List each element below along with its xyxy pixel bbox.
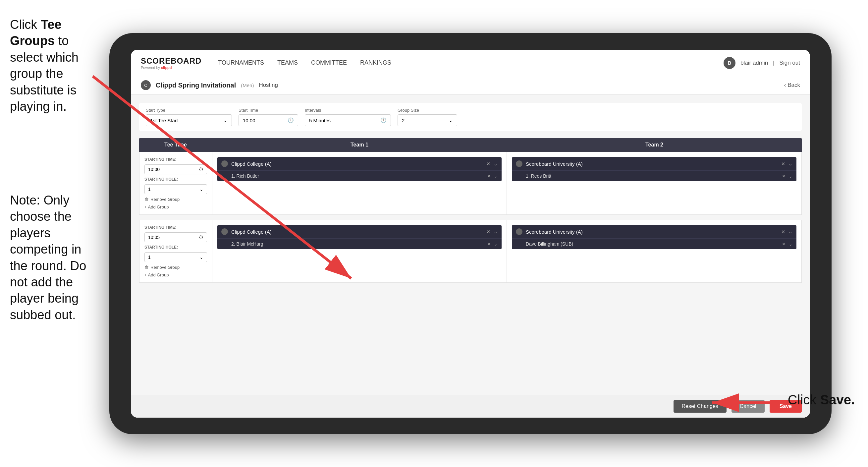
sub-header: C Clippd Spring Invitational (Men) Hosti…	[131, 76, 810, 94]
start-time-clock-icon: 🕙	[287, 117, 294, 123]
starting-hole-input-2[interactable]: 1 ⌄	[145, 252, 207, 262]
team-x-icon-3[interactable]: ✕	[486, 229, 490, 234]
group-size-label: Group Size	[398, 108, 457, 113]
player-chevron-3-1[interactable]: ⌄	[494, 242, 498, 246]
reset-changes-button[interactable]: Reset Changes	[674, 400, 726, 413]
sign-out-link[interactable]: Sign out	[779, 60, 800, 66]
team-dot-3	[221, 228, 228, 235]
start-type-chevron: ⌄	[223, 117, 227, 123]
intervals-value: 5 Minutes	[309, 118, 331, 123]
tablet-screen: SCOREBOARD Powered by clippd TOURNAMENTS…	[131, 50, 810, 418]
start-time-field: Start Time 10:00 🕙	[239, 108, 298, 126]
start-time-label: Start Time	[239, 108, 298, 113]
start-type-value: 1st Tee Start	[150, 118, 178, 123]
team-dot-4	[516, 228, 523, 235]
add-group-btn-2[interactable]: + Add Group	[145, 272, 207, 278]
start-time-input[interactable]: 10:00 🕙	[239, 114, 298, 126]
team-name-3: Clippd College (A)	[231, 229, 483, 235]
team-entry-header-1: Clippd College (A) ✕ ⌄	[217, 157, 502, 170]
player-name-4-1: Dave Billingham (SUB)	[526, 241, 779, 246]
player-chevron-2-1[interactable]: ⌄	[789, 174, 793, 179]
team-entry-3[interactable]: Clippd College (A) ✕ ⌄ 2. Blair McHarg ✕…	[217, 225, 502, 249]
clock-icon-2: ⏱	[199, 235, 204, 240]
user-avatar: B	[723, 57, 736, 69]
starting-time-label-2: STARTING TIME:	[145, 225, 207, 230]
add-group-label-1: + Add Group	[145, 204, 168, 209]
remove-group-label-1: Remove Group	[150, 197, 180, 202]
team-entry-1[interactable]: Clippd College (A) ✕ ⌄ 1. Rich Butler ✕ …	[217, 157, 502, 181]
table-row: STARTING TIME: 10:05 ⏱ STARTING HOLE: 1 …	[139, 220, 802, 283]
team-entry-2[interactable]: Scoreboard University (A) ✕ ⌄ 1. Rees Br…	[512, 157, 797, 181]
sub-header-left: C Clippd Spring Invitational (Men) Hosti…	[141, 80, 278, 90]
starting-time-input-2[interactable]: 10:05 ⏱	[145, 232, 207, 242]
remove-group-btn-1[interactable]: 🗑 Remove Group	[145, 197, 207, 202]
trash-icon-2: 🗑	[145, 265, 149, 270]
team-entry-header-3: Clippd College (A) ✕ ⌄	[217, 225, 502, 238]
cancel-button[interactable]: Cancel	[732, 400, 765, 413]
group-size-input[interactable]: 2 ⌄	[398, 114, 457, 126]
team1-cell-1: Clippd College (A) ✕ ⌄ 1. Rich Butler ✕ …	[212, 152, 507, 214]
nav-rankings[interactable]: RANKINGS	[360, 58, 391, 68]
instruction-top-text1: Click	[10, 18, 41, 31]
player-actions-4-1: ✕ ⌄	[782, 242, 793, 246]
instruction-bottom-note: Note:	[10, 193, 43, 207]
add-group-btn-1[interactable]: + Add Group	[145, 204, 207, 209]
team2-cell-2: Scoreboard University (A) ✕ ⌄ Dave Billi…	[507, 220, 801, 282]
player-x-icon-1-1[interactable]: ✕	[487, 174, 491, 179]
tee-time-cell-2: STARTING TIME: 10:05 ⏱ STARTING HOLE: 1 …	[140, 220, 212, 282]
team-actions-4: ✕ ⌄	[781, 229, 793, 234]
starting-hole-input-1[interactable]: 1 ⌄	[145, 184, 207, 194]
team-entry-header-2: Scoreboard University (A) ✕ ⌄	[512, 157, 797, 170]
team-chevron-icon-3[interactable]: ⌄	[494, 229, 498, 234]
team-chevron-icon-4[interactable]: ⌄	[788, 229, 793, 234]
tee-table-header: Tee Time Team 1 Team 2	[139, 138, 802, 152]
nav-teams[interactable]: TEAMS	[277, 58, 298, 68]
remove-group-btn-2[interactable]: 🗑 Remove Group	[145, 265, 207, 270]
tee-time-cell-1: STARTING TIME: 10:00 ⏱ STARTING HOLE: 1 …	[140, 152, 212, 214]
nav-committee[interactable]: COMMITTEE	[311, 58, 347, 68]
user-name: blair admin	[740, 60, 768, 66]
navbar: SCOREBOARD Powered by clippd TOURNAMENTS…	[131, 50, 810, 76]
player-entry-3-1: 2. Blair McHarg ✕ ⌄	[217, 238, 502, 249]
player-entry-2-1: 1. Rees Britt ✕ ⌄	[512, 170, 797, 181]
starting-hole-label-1: STARTING HOLE:	[145, 177, 207, 182]
start-time-value: 10:00	[243, 118, 255, 123]
instruction-save: Click Save.	[788, 392, 855, 407]
starting-hole-value-1: 1	[148, 186, 151, 192]
team-actions-1: ✕ ⌄	[486, 161, 498, 166]
player-x-icon-4-1[interactable]: ✕	[782, 242, 785, 246]
hole-chevron-1: ⌄	[199, 186, 204, 192]
start-type-input[interactable]: 1st Tee Start ⌄	[146, 114, 232, 126]
player-name-3-1: 2. Blair McHarg	[231, 241, 484, 246]
team-chevron-icon-1[interactable]: ⌄	[494, 161, 498, 166]
hosting-label: Hosting	[259, 82, 278, 88]
group-size-field: Group Size 2 ⌄	[398, 108, 457, 126]
player-x-icon-2-1[interactable]: ✕	[782, 174, 785, 179]
player-chevron-4-1[interactable]: ⌄	[789, 242, 793, 246]
trash-icon-1: 🗑	[145, 197, 149, 202]
player-x-icon-3-1[interactable]: ✕	[487, 242, 491, 246]
player-chevron-1-1[interactable]: ⌄	[494, 174, 498, 179]
team1-cell-2: Clippd College (A) ✕ ⌄ 2. Blair McHarg ✕…	[212, 220, 507, 282]
team-dot-2	[516, 160, 523, 167]
starting-time-input-1[interactable]: 10:00 ⏱	[145, 165, 207, 174]
team-x-icon-1[interactable]: ✕	[486, 161, 490, 166]
back-button[interactable]: ‹ Back	[784, 82, 800, 88]
main-content: Start Type 1st Tee Start ⌄ Start Time 10…	[131, 94, 810, 395]
start-type-label: Start Type	[146, 108, 232, 113]
team-x-icon-4[interactable]: ✕	[781, 229, 785, 234]
group-size-value: 2	[402, 118, 404, 123]
table-row: STARTING TIME: 10:00 ⏱ STARTING HOLE: 1 …	[139, 152, 802, 215]
nav-links: TOURNAMENTS TEAMS COMMITTEE RANKINGS	[218, 58, 723, 68]
team-entry-header-4: Scoreboard University (A) ✕ ⌄	[512, 225, 797, 238]
intervals-clock-icon: 🕙	[380, 117, 386, 123]
team-actions-2: ✕ ⌄	[781, 161, 793, 166]
intervals-input[interactable]: 5 Minutes 🕙	[305, 114, 391, 126]
team-x-icon-2[interactable]: ✕	[781, 161, 785, 166]
team-entry-4[interactable]: Scoreboard University (A) ✕ ⌄ Dave Billi…	[512, 225, 797, 249]
hole-chevron-2: ⌄	[199, 255, 204, 260]
start-type-field: Start Type 1st Tee Start ⌄	[146, 108, 232, 126]
team-actions-3: ✕ ⌄	[486, 229, 498, 234]
team-chevron-icon-2[interactable]: ⌄	[788, 161, 793, 166]
nav-tournaments[interactable]: TOURNAMENTS	[218, 58, 264, 68]
